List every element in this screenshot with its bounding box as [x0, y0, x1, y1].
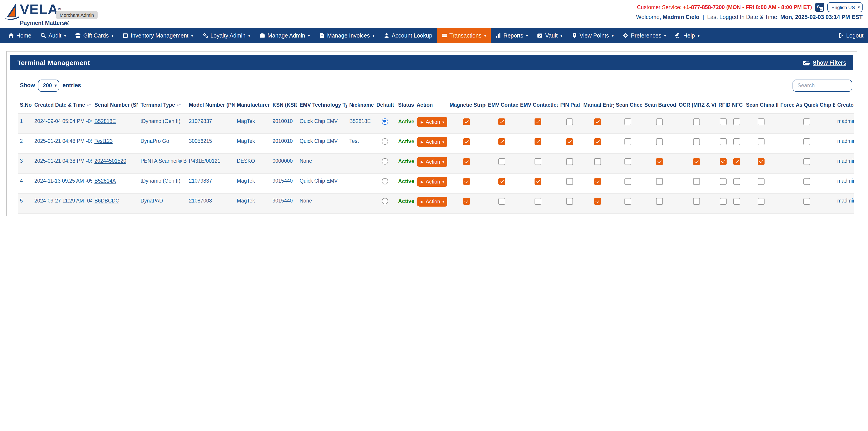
column-header-force-as-quick-chip-emv[interactable]: Force As Quick Chip EMV▲▼ [778, 102, 835, 114]
nfc-checkbox[interactable] [733, 158, 740, 165]
force-as-quick-chip-emv-checkbox[interactable] [803, 178, 810, 185]
default-radio[interactable] [382, 158, 388, 164]
scan-barcode-checkbox[interactable] [656, 158, 663, 165]
scan-barcode-checkbox[interactable] [656, 198, 663, 205]
force-as-quick-chip-emv-checkbox[interactable] [803, 198, 810, 205]
scan-barcode-checkbox[interactable] [656, 178, 663, 185]
scan-china-id-checkbox[interactable] [757, 178, 764, 185]
emv-contactless-checkbox[interactable] [534, 138, 541, 145]
manual-entry-checkbox[interactable] [594, 138, 601, 145]
serial-number-link[interactable]: Test123 [94, 138, 113, 144]
nav-item-loyalty-admin[interactable]: Loyalty Admin▾ [198, 28, 255, 43]
nfc-checkbox[interactable] [733, 118, 740, 125]
force-as-quick-chip-emv-checkbox[interactable] [803, 138, 810, 145]
pin-pad-checkbox[interactable] [566, 118, 573, 125]
default-radio[interactable] [382, 138, 388, 145]
scan-check-checkbox[interactable] [624, 118, 631, 125]
nav-item-help[interactable]: Help▾ [671, 28, 704, 43]
nav-item-account-lookup[interactable]: Account Lookup [379, 28, 437, 43]
pin-pad-checkbox[interactable] [566, 198, 573, 205]
pin-pad-checkbox[interactable] [566, 178, 573, 185]
emv-contact-checkbox[interactable] [498, 138, 505, 145]
nav-item-transactions[interactable]: Transactions▾ [437, 28, 491, 43]
nfc-checkbox[interactable] [733, 138, 740, 145]
nav-item-manage-admin[interactable]: Manage Admin▾ [255, 28, 314, 43]
serial-number-link[interactable]: 20244501520 [94, 158, 126, 164]
force-as-quick-chip-emv-checkbox[interactable] [803, 158, 810, 165]
pin-pad-checkbox[interactable] [566, 138, 573, 145]
column-header-serial-number-sn[interactable]: Serial Number (SN)▲▼ [92, 102, 138, 114]
scan-check-checkbox[interactable] [624, 198, 631, 205]
manual-entry-checkbox[interactable] [594, 118, 601, 125]
nav-item-view-points[interactable]: View Points▾ [567, 28, 618, 43]
column-header-emv-contact[interactable]: EMV Contact▲▼ [486, 102, 518, 114]
column-header-magnetic-stripe[interactable]: Magnetic Stripe▲▼ [447, 102, 486, 114]
nav-item-manage-invoices[interactable]: Manage Invoices▾ [314, 28, 379, 43]
emv-contactless-checkbox[interactable] [534, 198, 541, 205]
emv-contact-checkbox[interactable] [498, 198, 505, 205]
column-header-model-number-pn[interactable]: Model Number (PN)▲▼ [187, 102, 235, 114]
scan-check-checkbox[interactable] [624, 178, 631, 185]
rfid-checkbox[interactable] [719, 178, 726, 185]
serial-number-link[interactable]: B52814A [94, 178, 116, 184]
rfid-checkbox[interactable] [719, 138, 726, 145]
show-filters-link[interactable]: Show Filters [803, 59, 846, 66]
nav-item-preferences[interactable]: Preferences▾ [618, 28, 671, 43]
ocr-mrz-viz-checkbox[interactable] [693, 198, 700, 205]
default-radio[interactable] [382, 178, 388, 184]
ocr-mrz-viz-checkbox[interactable] [693, 138, 700, 145]
column-header-ksn-ksid[interactable]: KSN (KSID)▲▼ [270, 102, 297, 114]
magnetic-stripe-checkbox[interactable] [463, 198, 470, 205]
rfid-checkbox[interactable] [719, 158, 726, 165]
column-header-manufacturer[interactable]: Manufacturer▲▼ [235, 102, 270, 114]
scan-barcode-checkbox[interactable] [656, 118, 663, 125]
ocr-mrz-viz-checkbox[interactable] [693, 118, 700, 125]
action-button[interactable]: ▶Action▾ [416, 157, 447, 167]
scan-china-id-checkbox[interactable] [757, 118, 764, 125]
emv-contactless-checkbox[interactable] [534, 118, 541, 125]
nav-item-logout[interactable]: Logout [834, 28, 868, 43]
nav-item-reports[interactable]: Reports▾ [491, 28, 532, 43]
column-header-created-by[interactable]: Created By▲▼ [835, 102, 854, 114]
magnetic-stripe-checkbox[interactable] [463, 178, 470, 185]
column-header-pin-pad[interactable]: PIN Pad▲▼ [558, 102, 581, 114]
column-header-scan-china-id[interactable]: Scan China ID▲▼ [744, 102, 778, 114]
emv-contactless-checkbox[interactable] [534, 178, 541, 185]
force-as-quick-chip-emv-checkbox[interactable] [803, 118, 810, 125]
column-header-ocr-mrz-viz[interactable]: OCR (MRZ & VIZ)▲▼ [676, 102, 716, 114]
magnetic-stripe-checkbox[interactable] [463, 158, 470, 165]
action-button[interactable]: ▶Action▾ [416, 137, 447, 147]
nfc-checkbox[interactable] [733, 178, 740, 185]
column-header-nickname[interactable]: Nickname▲▼ [347, 102, 374, 114]
column-header-status[interactable]: Status▲▼ [396, 102, 414, 114]
scan-barcode-checkbox[interactable] [656, 138, 663, 145]
translate-icon[interactable]: A [815, 3, 824, 12]
column-header-manual-entry[interactable]: Manual Entry▲▼ [581, 102, 614, 114]
default-radio[interactable] [382, 118, 388, 125]
action-button[interactable]: ▶Action▾ [416, 117, 447, 127]
scan-check-checkbox[interactable] [624, 158, 631, 165]
scan-china-id-checkbox[interactable] [757, 138, 764, 145]
ocr-mrz-viz-checkbox[interactable] [693, 158, 700, 165]
emv-contact-checkbox[interactable] [498, 158, 505, 165]
manual-entry-checkbox[interactable] [594, 158, 601, 165]
column-header-scan-barcode[interactable]: Scan Barcode▲▼ [642, 102, 676, 114]
serial-number-link[interactable]: B6DBCDC [94, 198, 119, 204]
column-header-nfc[interactable]: NFC▲▼ [730, 102, 744, 114]
column-header-emv-contactless[interactable]: EMV Contactless▲▼ [518, 102, 558, 114]
emv-contact-checkbox[interactable] [498, 118, 505, 125]
page-size-select[interactable]: 200 [38, 79, 59, 92]
column-header-created-date-time[interactable]: Created Date & Time▲▼ [32, 102, 92, 114]
scan-china-id-checkbox[interactable] [757, 158, 764, 165]
column-header-scan-check[interactable]: Scan Check▲▼ [614, 102, 642, 114]
nav-item-gift-cards[interactable]: Gift Cards▾ [71, 28, 118, 43]
column-header-rfid[interactable]: RFID▲▼ [716, 102, 730, 114]
action-button[interactable]: ▶Action▾ [416, 196, 447, 207]
nav-item-home[interactable]: Home [4, 28, 36, 43]
column-header-default[interactable]: Default▲▼ [374, 102, 396, 114]
rfid-checkbox[interactable] [719, 118, 726, 125]
column-header-terminal-type[interactable]: Terminal Type▲▼ [138, 102, 187, 114]
search-input[interactable] [793, 79, 852, 92]
nav-item-inventory-management[interactable]: Inventory Management▾ [118, 28, 198, 43]
nav-item-vault[interactable]: Vault▾ [532, 28, 567, 43]
